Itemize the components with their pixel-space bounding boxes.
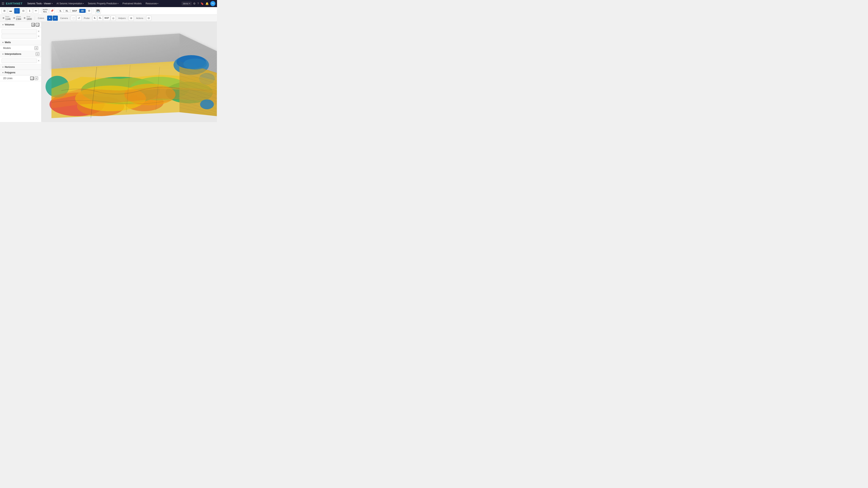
volume-close-2[interactable]: ✕ — [38, 35, 40, 38]
volumes-actions: ⊞ + — [31, 23, 39, 26]
probe-il-btn[interactable]: IL — [93, 15, 97, 21]
auto-res-btn[interactable]: AUTORES. — [42, 8, 49, 13]
horizons-title: Horizons — [5, 66, 39, 68]
probe-btn-group: IL XL MAP ◎ — [93, 15, 116, 21]
color-fill-btn[interactable]: ● — [47, 15, 52, 21]
interpretations-chevron-icon: ▼ — [2, 53, 4, 55]
volumes-grid-btn[interactable]: ⊞ — [31, 23, 35, 26]
interpretations-title: Interpretations — [5, 53, 35, 56]
nav-chevron-icon: ▾ — [52, 3, 53, 4]
topnav-right: demo ▾ ⚙ ? 🔖 🔔 TC — [182, 1, 215, 6]
sidebar: ▼ Volumes ⊞ + ✕ ✕ ▼ Wells — [0, 22, 41, 122]
lines2d-external-btn[interactable]: ↗ — [30, 76, 34, 80]
save-btn[interactable]: 💾 — [95, 8, 101, 13]
colors-btn-group: ● ☀ — [47, 15, 58, 21]
user-avatar[interactable]: TC — [210, 1, 215, 6]
view-tab-map[interactable]: MAP — [70, 9, 79, 13]
probe-xl-btn[interactable]: XL — [97, 15, 103, 21]
wells-section-header[interactable]: ▼ Wells — [0, 40, 41, 45]
tool-select-btn[interactable]: ⬚ — [14, 8, 20, 13]
volume-row-2: ✕ — [2, 34, 40, 38]
top-navigation: ☰ EARTHNET Seismic Tools - Viewer ▾ AI S… — [0, 0, 217, 7]
interpretations-section-header[interactable]: ▼ Interpretations + — [0, 51, 41, 57]
volume-row-1: ✕ — [2, 29, 40, 34]
lines2d-add-btn[interactable]: + — [34, 76, 38, 80]
tb2-separator — [35, 16, 35, 20]
xlines-eye-icon: 👁 — [13, 17, 16, 20]
interpretations-add-btn[interactable]: + — [36, 52, 39, 56]
nav-pretrained-models[interactable]: Pretrained Models — [121, 1, 143, 6]
probe-settings-btn[interactable]: ◎ — [111, 15, 116, 21]
volumes-add-btn[interactable]: + — [36, 23, 39, 26]
nav-chevron-icon: ▾ — [118, 3, 119, 4]
color-light-btn[interactable]: ☀ — [53, 15, 58, 21]
volume-close-1[interactable]: ✕ — [38, 30, 40, 33]
actions-label: Actions — [136, 17, 145, 19]
helpers-grid-btn[interactable]: ⊞ — [129, 15, 134, 21]
bookmark-icon[interactable]: 🔖 — [200, 2, 204, 5]
pin-btn[interactable]: 📌 — [49, 8, 55, 13]
lines-value[interactable]: 1146 — [5, 18, 11, 21]
wells-chevron-icon: ▼ — [2, 41, 4, 43]
notification-icon[interactable]: 🔔 — [205, 2, 209, 5]
tool-draw-btn[interactable]: ✏ — [33, 8, 39, 13]
nav-chevron-icon: ▾ — [83, 3, 84, 4]
polygons-section-header[interactable]: ▼ Polygons — [0, 70, 41, 75]
colors-group: Colors ● ☀ — [38, 15, 58, 21]
tool-line-btn[interactable]: ▬ — [8, 8, 13, 13]
lines2d-item: 2D Lines ↗ + — [0, 75, 41, 81]
interpretation-input-1[interactable] — [2, 59, 37, 63]
view-settings-btn[interactable]: ⚙ — [86, 8, 92, 13]
view-tab-3d[interactable]: 3D — [79, 9, 86, 13]
toolbar-separator — [93, 9, 94, 13]
lines-eye-icon: 👁 — [2, 17, 5, 20]
help-icon[interactable]: ? — [197, 2, 199, 5]
camera-label: Camera — [60, 17, 70, 19]
volumes-content: ✕ ✕ — [0, 28, 41, 40]
time-eye-icon: 👁 — [24, 17, 26, 20]
view-tab-xl[interactable]: XL — [64, 9, 70, 13]
volumes-section-header[interactable]: ▼ Volumes ⊞ + — [0, 22, 41, 28]
xlines-value[interactable]: 2384 — [16, 18, 21, 21]
hamburger-menu-icon[interactable]: ☰ — [2, 2, 4, 5]
volume-input-2[interactable] — [2, 34, 37, 38]
tool-grid-btn[interactable]: ⊞ — [2, 8, 7, 13]
view-tab-il[interactable]: IL — [58, 9, 63, 13]
interpretation-close-1[interactable]: ✕ — [38, 59, 40, 62]
svg-point-78 — [183, 59, 207, 70]
helpers-group: Helpers ⊞ — [118, 15, 134, 21]
nav-seismic-property[interactable]: Seismic Property Prediction ▾ — [86, 1, 120, 6]
volume-input-1[interactable] — [2, 29, 37, 34]
time-value[interactable]: 1800 — [26, 18, 32, 21]
polygons-title: Polygons — [5, 71, 39, 74]
xlines-input-group: 👁 xlines 2384 — [13, 15, 21, 21]
models-label: Models — [3, 47, 34, 50]
viewport[interactable] — [41, 22, 217, 122]
horizons-section-header[interactable]: ▼ Horizons — [0, 64, 41, 70]
settings-icon[interactable]: ⚙ — [193, 2, 196, 5]
camera-group: Camera ⬚ ↺ — [60, 15, 82, 21]
tool-split-btn[interactable]: ⊟ — [21, 8, 26, 13]
interpretation-row-1: ✕ — [2, 59, 40, 63]
camera-rotate-btn[interactable]: ↺ — [76, 15, 82, 21]
probe-map-btn[interactable]: MAP — [103, 15, 110, 21]
view-tab-group: IL XL MAP 3D — [58, 9, 86, 13]
svg-point-79 — [200, 99, 214, 109]
horizons-section: ▼ Horizons — [0, 64, 41, 70]
lines-label: lines — [5, 15, 11, 18]
models-item: Models + — [0, 45, 41, 51]
nav-ai-seismic[interactable]: AI Seismic Interpretation ▾ — [55, 1, 86, 6]
nav-resources[interactable]: Resources ▾ — [144, 1, 160, 6]
models-add-btn[interactable]: + — [34, 46, 38, 50]
camera-frame-btn[interactable]: ⬚ — [71, 15, 76, 21]
polygons-section: ▼ Polygons — [0, 70, 41, 75]
wells-title: Wells — [5, 41, 39, 44]
main-toolbar: ⊞ ▬ ⬚ ⊟ ℹ ✏ AUTORES. 📌 IL XL MAP 3D ⚙ 💾 — [0, 7, 217, 14]
colors-label: Colors — [38, 17, 46, 19]
camera-btn-group: ⬚ ↺ — [71, 15, 82, 21]
demo-selector[interactable]: demo ▾ — [182, 2, 192, 5]
nav-seismic-tools[interactable]: Seismic Tools - Viewer ▾ — [26, 1, 54, 6]
actions-save-btn[interactable]: ⊟ — [146, 15, 151, 21]
xlines-label: xlines — [16, 15, 21, 18]
tool-info-btn[interactable]: ℹ — [27, 8, 32, 13]
